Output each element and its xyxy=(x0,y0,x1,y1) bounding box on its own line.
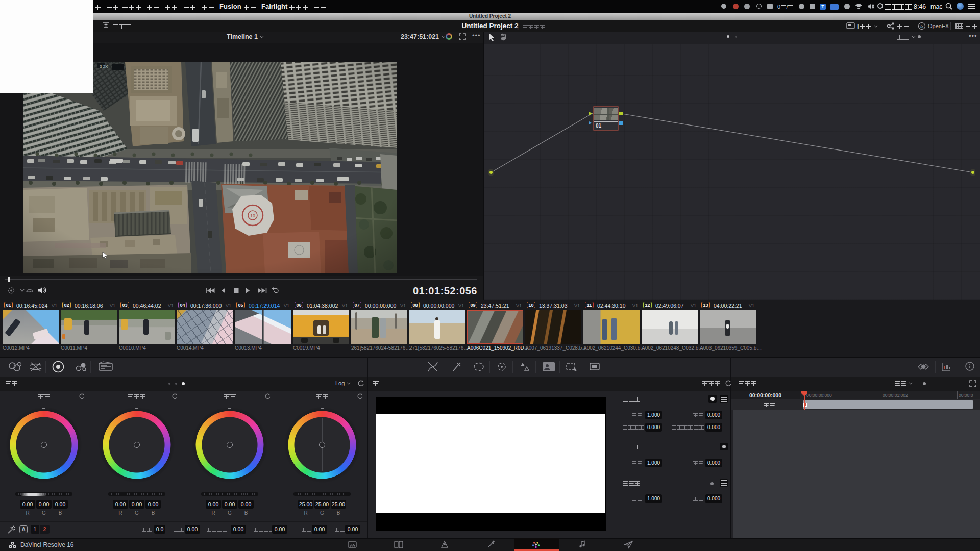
svg-text:fx: fx xyxy=(920,24,923,29)
